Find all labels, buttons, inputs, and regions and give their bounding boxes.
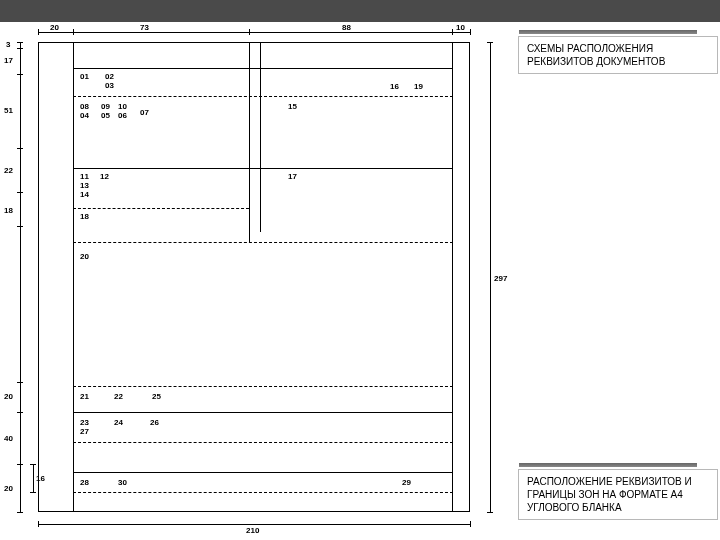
code-01: 01 [80,72,89,81]
dim-297-line [490,42,491,512]
row-448 [73,472,453,473]
row-mid1 [73,168,453,169]
dim-20: 20 [50,23,59,32]
code-18: 18 [80,212,89,221]
row-low [73,412,453,413]
dash-4 [73,386,453,387]
dim-18: 18 [4,206,13,215]
code-24: 24 [114,418,123,427]
center-divider-2 [260,42,261,232]
dim-20a: 20 [4,392,13,401]
dash-1 [73,96,453,97]
dash-6 [73,492,453,493]
dim-210-line [38,524,470,525]
code-28: 28 [80,478,89,487]
code-19: 19 [414,82,423,91]
dim-left-line [20,42,21,512]
dim-17: 17 [4,56,13,65]
code-10-06: 10 06 [118,102,127,120]
center-divider [249,42,250,242]
code-11-13-14: 11 13 14 [80,172,89,199]
row-top [73,68,453,69]
dim-10: 10 [456,23,465,32]
caption-bottom: РАСПОЛОЖЕНИЕ РЕКВИЗИТОВ И ГРАНИЦЫ ЗОН НА… [518,469,718,520]
caption-stripe [519,463,697,467]
code-22: 22 [114,392,123,401]
dim-22: 22 [4,166,13,175]
slide-top-bar [0,0,720,22]
code-20: 20 [80,252,89,261]
code-17: 17 [288,172,297,181]
dim-297: 297 [494,274,507,283]
code-29: 29 [402,478,411,487]
code-08-04: 08 04 [80,102,89,120]
code-25: 25 [152,392,161,401]
code-12: 12 [100,172,109,181]
dim-88: 88 [342,23,351,32]
caption-top-text: СХЕМЫ РАСПОЛОЖЕНИЯ РЕКВИЗИТОВ ДОКУМЕНТОВ [527,42,709,68]
dim-51: 51 [4,106,13,115]
code-23-27: 23 27 [80,418,89,436]
dim-20b: 20 [4,484,13,493]
caption-bottom-text: РАСПОЛОЖЕНИЕ РЕКВИЗИТОВ И ГРАНИЦЫ ЗОН НА… [527,475,709,514]
code-21: 21 [80,392,89,401]
code-02-03: 02 03 [105,72,114,90]
dim-73: 73 [140,23,149,32]
dash-5 [73,442,453,443]
dash-2 [73,208,249,209]
dim-210: 210 [246,526,259,535]
code-30: 30 [118,478,127,487]
code-07: 07 [140,108,149,117]
layout-diagram: 20 73 88 10 3 17 51 22 18 20 40 16 20 29… [0,24,510,538]
dash-3 [73,242,453,243]
code-15: 15 [288,102,297,111]
dim-40: 40 [4,434,13,443]
caption-top: СХЕМЫ РАСПОЛОЖЕНИЯ РЕКВИЗИТОВ ДОКУМЕНТОВ [518,36,718,74]
code-09-05: 09 05 [101,102,110,120]
code-26: 26 [150,418,159,427]
code-16: 16 [390,82,399,91]
caption-stripe [519,30,697,34]
dim-3: 3 [6,40,10,49]
dim-top-line [38,32,470,33]
